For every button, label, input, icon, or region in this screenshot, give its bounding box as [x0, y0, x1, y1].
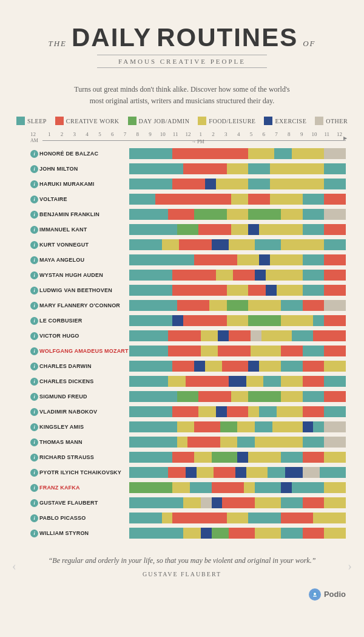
info-icon-6[interactable]: i	[30, 241, 38, 249]
time-label-1: 1	[43, 131, 56, 137]
bar-segment	[129, 254, 194, 265]
bar-segment	[324, 254, 346, 265]
legend-sleep: Sleep	[16, 117, 47, 125]
bar-segment	[229, 528, 255, 539]
info-icon-1[interactable]: i	[30, 165, 38, 173]
info-icon-2[interactable]: i	[30, 180, 38, 188]
person-row: iWILLIAM STYRON	[30, 526, 346, 540]
person-name-23: GUSTAVE FLAUBERT	[39, 500, 129, 506]
time-label-0: 12	[30, 131, 43, 137]
bar-segment	[303, 300, 325, 311]
time-label-16: 4	[232, 131, 245, 137]
bar-segment	[255, 239, 281, 250]
bar-segment	[129, 513, 162, 523]
info-icon-5[interactable]: i	[30, 226, 38, 234]
info-icon-21[interactable]: i	[30, 469, 38, 477]
bar-segment	[172, 179, 205, 189]
bar-segment	[281, 346, 303, 356]
bar-segment	[179, 239, 212, 250]
bar-segment	[303, 467, 320, 478]
bar-segment	[129, 270, 172, 281]
bar-segment	[324, 421, 346, 432]
info-icon-3[interactable]: i	[30, 196, 38, 203]
bar-segment	[266, 285, 277, 296]
bar-segment	[220, 437, 238, 448]
info-icon-7[interactable]: i	[30, 256, 38, 264]
time-label-21: 9	[295, 131, 308, 137]
prev-arrow[interactable]: ‹	[12, 559, 16, 573]
bar-segment	[129, 148, 172, 159]
bar-segment	[212, 452, 238, 463]
bar-segment	[194, 421, 220, 432]
info-icon-14[interactable]: i	[30, 363, 38, 370]
bar-segment	[129, 437, 177, 448]
info-icon-25[interactable]: i	[30, 530, 38, 537]
person-name-2: HARUKI MURAKAMI	[39, 181, 129, 187]
info-icon-13[interactable]: i	[30, 347, 38, 355]
bar-segment	[324, 315, 346, 326]
bar-segment	[201, 528, 212, 539]
person-row: iVLADIMIR NABOKOV	[30, 405, 346, 418]
person-row: iSIGMUND FREUD	[30, 390, 346, 403]
person-name-22: FRANZ KAFKA	[39, 485, 129, 491]
bar-segment	[303, 254, 325, 265]
info-icon-19[interactable]: i	[30, 438, 38, 446]
header: THE Daily Routines OF Famous Creative Pe…	[0, 12, 364, 77]
header-routines: Routines	[157, 23, 298, 52]
bar-segment	[212, 528, 229, 539]
bar-segment	[129, 376, 168, 387]
info-icon-16[interactable]: i	[30, 393, 38, 401]
person-name-18: KINGSLEY AMIS	[39, 424, 129, 430]
info-icon-4[interactable]: i	[30, 211, 38, 219]
bar-segment	[270, 194, 303, 205]
bar-segment	[129, 467, 168, 478]
bar-segment	[129, 497, 183, 508]
bar-segment	[227, 209, 249, 220]
bar-container-16	[129, 391, 346, 402]
info-icon-18[interactable]: i	[30, 423, 38, 431]
bar-segment	[187, 437, 220, 448]
info-icon-24[interactable]: i	[30, 514, 38, 522]
bar-segment	[129, 330, 168, 341]
info-icon-8[interactable]: i	[30, 271, 38, 279]
info-icon-17[interactable]: i	[30, 408, 38, 416]
bar-segment	[183, 497, 201, 508]
person-name-15: CHARLES DICKENS	[39, 378, 129, 384]
bar-segment	[281, 315, 314, 326]
bar-segment	[324, 346, 346, 356]
bar-segment	[268, 467, 285, 478]
bar-segment	[248, 285, 266, 296]
person-name-25: WILLIAM STYRON	[39, 530, 129, 536]
page-container: THE Daily Routines OF Famous Creative Pe…	[0, 0, 364, 618]
bar-container-18	[129, 421, 346, 432]
bar-segment	[313, 513, 346, 523]
info-icon-0[interactable]: i	[30, 150, 38, 158]
bar-segment	[277, 406, 303, 417]
person-row: iBENJAMIN FRANKLIN	[30, 208, 346, 221]
info-icon-23[interactable]: i	[30, 499, 38, 507]
next-arrow[interactable]: ›	[348, 559, 352, 573]
svg-rect-2	[313, 596, 317, 597]
bar-segment	[303, 346, 325, 356]
info-icon-11[interactable]: i	[30, 317, 38, 325]
info-icon-22[interactable]: i	[30, 484, 38, 492]
info-icon-12[interactable]: i	[30, 332, 38, 340]
legend-dayjob-label: Day Job/Admin	[139, 118, 190, 124]
person-row: iHARUKI MURAKAMI	[30, 177, 346, 191]
time-label-7: 7	[119, 131, 132, 137]
time-label-10: 10	[157, 131, 169, 137]
bar-segment	[313, 315, 324, 326]
person-name-8: WYSTAN HUGH AUDEN	[39, 272, 129, 278]
exercise-color-box	[264, 117, 272, 125]
info-icon-20[interactable]: i	[30, 454, 38, 462]
bar-segment	[177, 421, 195, 432]
creative-color-box	[55, 117, 64, 125]
info-icon-9[interactable]: i	[30, 287, 38, 295]
bar-container-5	[129, 224, 346, 235]
bar-segment	[324, 224, 346, 235]
bar-segment	[186, 376, 229, 387]
podio-label: Podio	[324, 590, 346, 599]
bar-segment	[177, 437, 188, 448]
info-icon-10[interactable]: i	[30, 302, 38, 310]
info-icon-15[interactable]: i	[30, 378, 38, 386]
